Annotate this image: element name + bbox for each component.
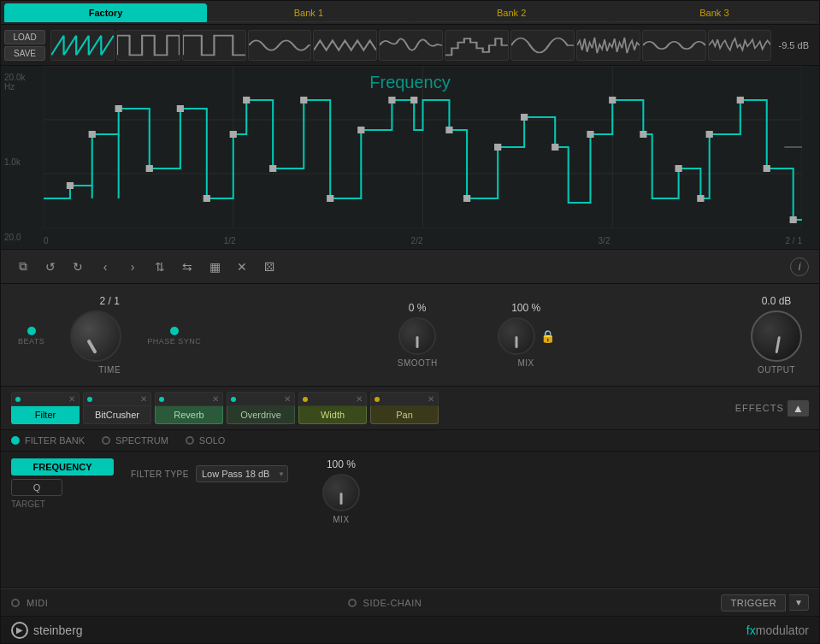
smooth-label: SMOOTH (398, 358, 438, 368)
undo-button[interactable]: ↺ (38, 255, 62, 279)
waveform-preview-4[interactable] (248, 30, 312, 61)
filter-section: FREQUENCY Q TARGET FILTER TYPE Low Pass … (1, 452, 819, 588)
phase-sync-indicator[interactable] (170, 327, 179, 335)
svg-rect-28 (587, 131, 593, 138)
fx-close-bitcoder[interactable]: ✕ (140, 394, 147, 404)
fx-tab-body-reverb[interactable]: Reverb (155, 406, 223, 424)
waveform-preview-9[interactable] (576, 30, 640, 61)
svg-rect-26 (521, 114, 528, 121)
trigger-dropdown-button[interactable]: ▼ (789, 594, 809, 611)
load-save-buttons: LOAD SAVE (4, 30, 45, 61)
fx-tab-body-width[interactable]: Width (298, 406, 367, 424)
load-button[interactable]: LOAD (4, 30, 45, 44)
filter-mix-group: 100 % Mix (322, 458, 360, 524)
dice-button[interactable]: ⚄ (257, 255, 281, 279)
beats-indicator[interactable] (27, 327, 36, 335)
mix-knob[interactable] (498, 317, 535, 355)
time-control-group: 2 / 1 BEATS PHASE SYNC TIME (18, 295, 201, 375)
filter-type-select[interactable]: Low Pass 18 dB Low Pass 12 dB High Pass … (196, 465, 288, 482)
waveform-preview-7[interactable] (445, 30, 509, 61)
svg-rect-20 (357, 127, 364, 133)
bottom-bar: MIDI SIDE-CHAIN TRIGGER ▼ (1, 588, 819, 616)
tab-factory[interactable]: Factory (4, 3, 207, 22)
svg-rect-35 (764, 165, 770, 172)
next-button[interactable]: › (121, 255, 145, 279)
fx-tab-reverb[interactable]: ✕ Reverb (155, 392, 223, 424)
filter-bank-label: FILTER BANK (25, 435, 85, 446)
fx-dot-width (303, 397, 308, 402)
q-button[interactable]: Q (11, 479, 62, 496)
trigger-button[interactable]: TRIGGER (721, 594, 786, 612)
waveform-preview-2[interactable] (116, 30, 180, 61)
output-value: 0.0 dB (762, 295, 792, 307)
fx-tab-filter[interactable]: ✕ Filter (11, 392, 80, 424)
fx-close-overdrive[interactable]: ✕ (284, 394, 291, 404)
preset-bar: Factory Bank 1 Bank 2 Bank 3 (1, 1, 819, 25)
solo-radio[interactable] (186, 436, 194, 445)
effects-toggle-button[interactable]: ▲ (788, 400, 809, 417)
filter-type-row: FILTER TYPE Low Pass 18 dB Low Pass 12 d… (131, 465, 288, 482)
prev-button[interactable]: ‹ (93, 255, 117, 279)
fx-close-reverb[interactable]: ✕ (212, 394, 219, 404)
spectrum-radio[interactable] (102, 436, 110, 445)
fx-tab-body-filter[interactable]: Filter (11, 406, 80, 424)
fx-close-pan[interactable]: ✕ (428, 394, 434, 404)
fx-tab-width[interactable]: ✕ Width (298, 392, 367, 424)
envelope-button[interactable]: ⇅ (148, 255, 172, 279)
info-button[interactable]: i (790, 257, 809, 276)
fx-tab-body-overdrive[interactable]: Overdrive (227, 406, 295, 424)
footer: ▶ steinberg fxmodulator (1, 616, 819, 643)
waveform-preview-10[interactable] (642, 30, 706, 61)
redo-button[interactable]: ↻ (66, 255, 90, 279)
svg-rect-12 (146, 165, 153, 172)
fx-tab-bitcoder[interactable]: ✕ BitCrusher (83, 392, 151, 424)
output-knob[interactable] (751, 310, 802, 362)
svg-rect-11 (115, 105, 122, 112)
fx-tab-overdrive[interactable]: ✕ Overdrive (227, 392, 295, 424)
save-button[interactable]: SAVE (4, 46, 45, 61)
svg-rect-22 (410, 97, 417, 103)
lock-icon[interactable]: 🔒 (540, 329, 555, 343)
filter-mix-value: 100 % (327, 458, 356, 470)
clear-button[interactable]: ✕ (230, 255, 254, 279)
edit-button[interactable]: ⇆ (175, 255, 199, 279)
svg-rect-31 (675, 165, 681, 172)
svg-rect-24 (463, 195, 470, 202)
smooth-knob[interactable] (398, 317, 436, 355)
graph-svg[interactable] (44, 66, 802, 228)
sidechain-indicator[interactable] (348, 599, 357, 607)
filter-mix-knob[interactable] (322, 474, 360, 511)
phase-sync-label: PHASE SYNC (147, 337, 201, 346)
snapshot-button[interactable]: ▦ (203, 255, 227, 279)
frequency-button[interactable]: FREQUENCY (11, 458, 114, 476)
tab-bank3[interactable]: Bank 3 (613, 3, 816, 22)
fx-close-width[interactable]: ✕ (356, 394, 363, 404)
svg-rect-36 (790, 216, 797, 223)
controls-row: 2 / 1 BEATS PHASE SYNC TIME 0 % SMOOTH (1, 284, 819, 387)
waveform-preview-11[interactable] (708, 30, 772, 61)
fx-close-filter[interactable]: ✕ (68, 394, 75, 404)
tab-bank2[interactable]: Bank 2 (410, 3, 613, 22)
waveform-previews (50, 28, 772, 62)
waveform-preview-3[interactable] (182, 30, 246, 61)
midi-indicator[interactable] (11, 599, 20, 607)
mix-value: 100 % (511, 302, 540, 314)
toolbar: ⧉ ↺ ↻ ‹ › ⇅ ⇆ ▦ ✕ ⚄ i (1, 250, 819, 284)
waveform-preview-1[interactable] (50, 30, 115, 61)
waveform-preview-8[interactable] (510, 30, 575, 61)
fx-tab-body-bitcoder[interactable]: BitCrusher (83, 406, 151, 424)
midi-label[interactable]: MIDI (27, 598, 48, 608)
sidechain-label[interactable]: SIDE-CHAIN (363, 598, 422, 608)
tab-bank1[interactable]: Bank 1 (207, 3, 410, 22)
frequency-graph[interactable]: Frequency 20.0kHz 1.0k 20.0 (1, 66, 819, 250)
waveform-bar: LOAD SAVE (1, 25, 819, 66)
waveform-preview-5[interactable] (313, 30, 377, 61)
steinberg-icon: ▶ (11, 622, 28, 639)
filter-bank-radio[interactable] (11, 436, 20, 445)
svg-rect-25 (494, 144, 501, 151)
waveform-preview-6[interactable] (379, 30, 443, 61)
fx-tab-pan[interactable]: ✕ Pan (370, 392, 439, 424)
fx-tab-body-pan[interactable]: Pan (370, 406, 439, 424)
copy-button[interactable]: ⧉ (11, 255, 35, 279)
time-knob[interactable] (70, 310, 121, 362)
